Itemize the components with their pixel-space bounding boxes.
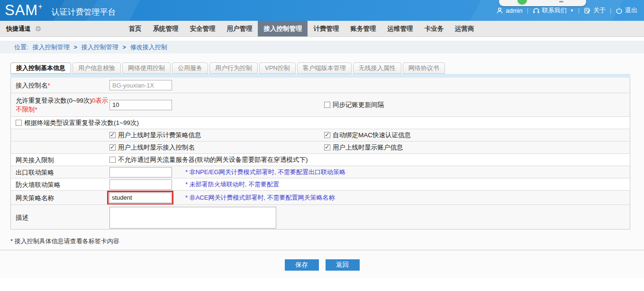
nav-item-user[interactable]: 用户管理: [221, 21, 258, 36]
nav-item-operations[interactable]: 运维管理: [381, 21, 418, 36]
tab-user-verify[interactable]: 用户信息校验: [73, 62, 121, 74]
app-title: 认证计费管理平台: [52, 7, 116, 18]
nav-item-operator[interactable]: 运营商: [449, 21, 480, 36]
user-name: admin: [506, 7, 522, 14]
egress-policy-input[interactable]: [109, 167, 172, 177]
tab-network-protocol[interactable]: 网络协议书: [403, 62, 445, 74]
nav-item-access-control[interactable]: 接入控制管理: [258, 21, 308, 36]
tab-basic-info[interactable]: 接入控制基本信息: [10, 62, 71, 74]
tab-public-service[interactable]: 公用服务: [172, 62, 208, 74]
about-link[interactable]: 关于: [584, 6, 606, 15]
nav-item-billing[interactable]: 计费管理: [308, 21, 345, 36]
gateway-policy-label: 网关策略名称: [16, 193, 109, 202]
recording-indicator: [499, 0, 586, 6]
firewall-policy-hint: * 未部署防火墙联动时, 不需要配置: [185, 180, 279, 189]
form-row-online-options-1: 用户上线时显示计费策略信息 自动绑定MAC快速认证信息: [11, 129, 630, 141]
breadcrumb: 位置: 接入控制管理 > 接入控制管理 > 修改接入控制: [0, 41, 644, 53]
egress-policy-hint: * 非NPE/EG网关计费模式部署时, 不需要配置出口联动策略: [185, 168, 345, 176]
repeat-login-label: 允许重复登录次数(0~99次)0表示不限制*: [16, 96, 109, 114]
sync-billing-checkbox[interactable]: [324, 102, 330, 108]
separator: |: [610, 7, 611, 14]
terminal-type-checkbox[interactable]: [16, 120, 22, 126]
tab-user-behavior[interactable]: 用户行为控制: [209, 62, 258, 74]
headset-icon: [533, 7, 540, 14]
save-button[interactable]: 保存: [285, 259, 319, 271]
description-textarea[interactable]: [109, 207, 276, 229]
main-content: 接入控制基本信息 用户信息校验 网络使用控制 公用服务 用户行为控制 VPN控制…: [0, 53, 644, 278]
auto-bind-mac-label: 自动绑定MAC快速认证信息: [333, 131, 411, 140]
gateway-limit-checkbox[interactable]: [109, 157, 116, 163]
dash-icon: [559, 1, 563, 2]
back-button[interactable]: 返回: [326, 259, 360, 271]
show-billing-policy-label: 用户上线时显示计费策略信息: [118, 131, 201, 140]
gateway-policy-hint: * 非ACE网关计费模式部署时, 不需要配置网关策略名称: [185, 194, 335, 202]
show-account-info-checkbox[interactable]: [324, 144, 330, 150]
form-row-firewall-policy: 防火墙联动策略 * 未部署防火墙联动时, 不需要配置: [11, 178, 630, 190]
about-icon: [584, 7, 591, 14]
nav-item-accounting[interactable]: 账务管理: [345, 21, 381, 36]
chevron-down-icon: ▼: [570, 9, 574, 13]
form-row-gateway-policy: 网关策略名称 * 非ACE网关计费模式部署时, 不需要配置网关策略名称: [11, 190, 630, 204]
show-access-name-label: 用户上线时显示接入控制名: [118, 143, 195, 152]
access-name-label: 接入控制名*: [16, 81, 109, 90]
show-account-info-label: 用户上线时显示账户信息: [333, 143, 403, 152]
tab-strip-decoration: [10, 74, 630, 78]
egress-policy-label: 出口联动策略: [16, 168, 109, 176]
tab-vpn-control[interactable]: VPN控制: [259, 62, 296, 74]
show-access-name-checkbox[interactable]: [109, 144, 116, 150]
form-row-gateway-limit: 网关接入限制 不允许通过网关流量服务器(联动的网关设备需要部署在穿透模式下): [11, 153, 630, 166]
divider: [0, 250, 644, 250]
breadcrumb-separator: >: [74, 44, 77, 51]
app-logo: SAM+: [5, 2, 43, 19]
tab-wireless-attr[interactable]: 无线接入属性: [353, 62, 401, 74]
gateway-limit-checkbox-label: 不允许通过网关流量服务器(联动的网关设备需要部署在穿透模式下): [118, 156, 308, 164]
highlight-red-box: [107, 191, 173, 205]
breadcrumb-item[interactable]: 接入控制管理: [33, 43, 70, 52]
firewall-policy-label: 防火墙联动策略: [16, 180, 109, 189]
gateway-policy-input[interactable]: [109, 193, 172, 203]
repeat-login-input[interactable]: [109, 100, 172, 110]
gateway-limit-label: 网关接入限制: [16, 155, 109, 164]
footer-note: * 接入控制具体信息请查看各标签卡内容: [10, 237, 644, 246]
breadcrumb-prefix: 位置:: [14, 43, 28, 52]
form-row-access-name: 接入控制名*: [11, 78, 630, 93]
form-row-description: 描述: [11, 204, 630, 229]
tab-bar: 接入控制基本信息 用户信息校验 网络使用控制 公用服务 用户行为控制 VPN控制…: [0, 53, 644, 74]
tab-network-usage[interactable]: 网络使用控制: [122, 62, 171, 74]
main-navbar: 快捷通道 ⚙ 首页 系统管理 安全管理 用户管理 接入控制管理 计费管理 账务管…: [0, 21, 644, 37]
sync-billing-label: 同步记账更新间隔: [333, 101, 384, 109]
form-row-repeat-login: 允许重复登录次数(0~99次)0表示不限制* 同步记账更新间隔: [11, 93, 630, 116]
nav-item-security[interactable]: 安全管理: [184, 21, 221, 36]
breadcrumb-separator: >: [123, 44, 126, 51]
contact-us-label: 联系我们: [542, 6, 567, 15]
logout-label: 退出: [625, 6, 637, 15]
nav-item-system[interactable]: 系统管理: [147, 21, 184, 36]
power-icon: [616, 7, 623, 14]
nav-item-home[interactable]: 首页: [123, 21, 147, 36]
green-dot-icon: [516, 0, 528, 6]
separator: |: [527, 7, 528, 14]
logout-button[interactable]: 退出: [616, 6, 637, 15]
show-billing-policy-checkbox[interactable]: [109, 132, 116, 138]
contact-us-menu[interactable]: 联系我们 ▼: [533, 6, 574, 15]
tab-client-version[interactable]: 客户端版本管理: [297, 62, 352, 74]
nav-item-card[interactable]: 卡业务: [418, 21, 449, 36]
gear-icon[interactable]: ⚙: [35, 25, 41, 33]
app-header: SAM+ 认证计费管理平台 admin | 联系我们 ▼ | 关于 | 退出: [0, 0, 644, 21]
breadcrumb-item[interactable]: 接入控制管理: [82, 43, 118, 52]
access-name-input[interactable]: [109, 80, 172, 90]
access-control-form: 接入控制名* 允许重复登录次数(0~99次)0表示不限制* 同步记账更新间隔 根…: [10, 78, 630, 229]
breadcrumb-item[interactable]: 修改接入控制: [130, 43, 167, 52]
firewall-policy-input[interactable]: [109, 179, 172, 190]
terminal-type-label: 根据终端类型设置重复登录次数(1~99次): [24, 119, 139, 127]
separator: |: [578, 7, 580, 14]
auto-bind-mac-checkbox[interactable]: [324, 132, 330, 138]
form-row-terminal-type: 根据终端类型设置重复登录次数(1~99次): [11, 116, 630, 129]
user-icon: [496, 7, 503, 14]
form-row-online-options-2: 用户上线时显示接入控制名 用户上线时显示账户信息: [11, 141, 630, 153]
description-label: 描述: [16, 212, 109, 221]
form-row-egress-policy: 出口联动策略 * 非NPE/EG网关计费模式部署时, 不需要配置出口联动策略: [11, 166, 630, 178]
about-label: 关于: [593, 6, 606, 15]
current-user[interactable]: admin: [496, 7, 522, 14]
quick-channel-label[interactable]: 快捷通道: [6, 25, 31, 33]
